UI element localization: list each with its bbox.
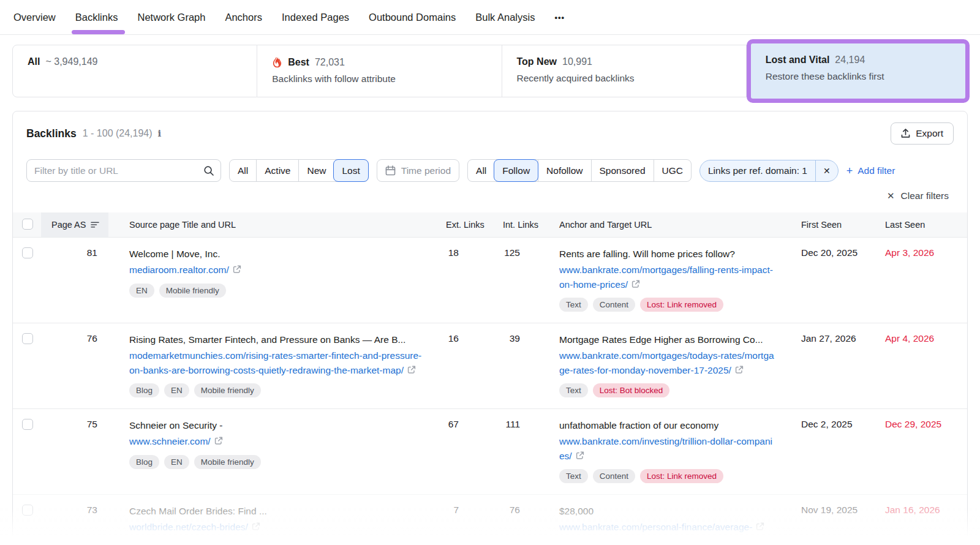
first-seen-value: Jan 27, 2026 [789,323,873,408]
page-url-link[interactable]: mediaroom.realtor.com/ [129,265,229,275]
tag-list: ENMobile friendly [129,284,423,298]
row-checkbox[interactable] [22,505,33,516]
panel-title: Backlinks [26,127,77,140]
url-line: www.bankrate.com/investing/trillion-doll… [559,434,775,463]
backlinks-panel: Backlinks 1 - 100 (24,194) i Export All … [12,111,968,545]
column-ext-links[interactable]: Ext. Links [434,220,491,230]
clear-filters-button[interactable]: ✕ Clear filters [887,190,949,201]
search-icon[interactable] [203,165,214,176]
column-last-seen[interactable]: Last Seen [873,220,967,230]
flame-icon [272,56,282,68]
url-line: mediaroom.realtor.com/ [129,263,423,277]
more-tabs-icon[interactable]: ••• [553,0,566,34]
tab-backlinks[interactable]: Backlinks [74,0,119,34]
first-seen-value: Dec 20, 2025 [789,238,873,323]
anchor-text: Rents are falling. Will home prices foll… [559,247,775,261]
time-period-button[interactable]: Time period [377,159,459,182]
row-checkbox-cell [13,409,41,494]
external-link-icon[interactable] [631,280,640,288]
follow-all-button[interactable]: All [468,160,494,181]
add-filter-button[interactable]: + Add filter [846,165,895,176]
url-line: www.bankrate.com/mortgages/falling-rents… [559,263,775,291]
external-link-icon[interactable] [233,265,241,274]
card-best-value: 72,031 [315,57,345,68]
page-url-link[interactable]: modemarketmunchies.com/rising-rates-smar… [129,350,421,375]
search-input[interactable] [34,165,203,176]
tab-indexed-pages[interactable]: Indexed Pages [281,0,350,34]
column-page-as[interactable]: Page AS [41,212,108,237]
lost-and-vital-highlight: Lost and Vital 24,194 Restore these back… [747,39,970,103]
sponsored-button[interactable]: Sponsored [591,160,654,181]
external-link-icon[interactable] [214,437,223,445]
table-row: 73Czech Mail Order Brides: Find ...world… [13,494,967,545]
export-button[interactable]: Export [891,122,954,145]
tab-outbound-domains[interactable]: Outbound Domains [368,0,457,34]
status-lost-button[interactable]: Lost [333,159,368,182]
lost-status-tag: Lost: Bot blocked [593,383,670,397]
source-page-title: Schneier on Security - [129,419,423,432]
tag-list: TextContentLost: Link removed [559,298,775,312]
card-best-title: Best [288,57,309,68]
source-page-title: Czech Mail Order Brides: Find ... [129,505,423,518]
page-url-link[interactable]: www.schneier.com/ [129,436,211,446]
row-checkbox[interactable] [22,247,33,258]
card-all[interactable]: All ~ 3,949,149 [12,45,257,97]
remove-filter-icon[interactable]: ✕ [815,160,838,181]
tab-anchors[interactable]: Anchors [224,0,263,34]
page-url-link[interactable]: www.bankrate.com/investing/trillion-doll… [559,436,772,460]
source-cell: Welcome | Move, Inc.mediaroom.realtor.co… [108,238,434,323]
external-link-icon[interactable] [756,522,764,531]
status-all-button[interactable]: All [230,160,256,181]
status-active-button[interactable]: Active [256,160,298,181]
row-checkbox[interactable] [22,333,33,344]
follow-button[interactable]: Follow [494,159,538,182]
nofollow-button[interactable]: Nofollow [538,160,590,181]
row-checkbox[interactable] [22,419,33,430]
external-link-icon[interactable] [407,366,416,374]
source-tag: Mobile friendly [159,284,226,298]
lost-status-tag: Lost: Link removed [640,298,723,312]
source-cell: Schneier on Security -www.schneier.com/B… [108,409,434,494]
card-all-value: ~ 3,949,149 [45,56,97,67]
tab-overview[interactable]: Overview [12,0,57,34]
card-top-new[interactable]: Top New 10,991 Recently acquired backlin… [502,45,747,97]
external-link-icon[interactable] [576,451,584,460]
result-range: 1 - 100 (24,194) [83,128,153,139]
source-page-title: Rising Rates, Smarter Fintech, and Press… [129,333,423,347]
export-icon [901,129,910,138]
page-url-link[interactable]: worldbride.net/czech-brides/ [129,522,248,532]
anchor-cell: Rents are falling. Will home prices foll… [547,238,789,323]
source-tag: Blog [129,455,159,469]
card-best[interactable]: Best 72,031 Backlinks with follow attrib… [257,45,502,97]
source-page-title: Welcome | Move, Inc. [129,247,423,261]
first-seen-value: Nov 19, 2025 [789,495,873,545]
tab-network-graph[interactable]: Network Graph [136,0,206,34]
info-icon[interactable]: i [158,128,162,139]
anchor-cell: $28,000www.bankrate.com/personal-finance… [547,495,789,545]
source-cell: Rising Rates, Smarter Fintech, and Press… [108,323,434,408]
page-as-header-label: Page AS [51,220,86,230]
tab-bulk-analysis[interactable]: Bulk Analysis [474,0,536,34]
url-line: www.bankrate.com/personal-finance/averag… [559,520,775,534]
url-line: modemarketmunchies.com/rising-rates-smar… [129,348,423,377]
external-link-icon[interactable] [252,522,260,531]
external-link-icon[interactable] [735,366,744,374]
tag-list: TextLost: Bot blocked [559,383,775,397]
links-per-domain-filter-chip[interactable]: Links per ref. domain: 1 ✕ [699,160,839,182]
ugc-button[interactable]: UGC [654,160,691,181]
card-lost-and-vital[interactable]: Lost and Vital 24,194 Restore these back… [751,43,965,99]
select-all-checkbox[interactable] [22,219,33,230]
column-int-links[interactable]: Int. Links [491,220,547,230]
table-body: 81Welcome | Move, Inc.mediaroom.realtor.… [13,237,967,545]
last-seen-value: Jan 16, 2026 [873,495,967,545]
column-anchor[interactable]: Anchor and Target URL [547,220,789,230]
page-url-link[interactable]: www.bankrate.com/mortgages/falling-rents… [559,265,773,289]
column-source[interactable]: Source page Title and URL [108,220,434,230]
column-first-seen[interactable]: First Seen [789,220,873,230]
status-new-button[interactable]: New [298,160,334,181]
anchor-text: $28,000 [559,505,775,518]
page-url-link[interactable]: www.bankrate.com/personal-finance/averag… [559,522,752,532]
last-seen-value: Apr 3, 2026 [873,238,967,323]
source-tag: Text [559,298,588,312]
clear-filters-label: Clear filters [901,190,949,201]
